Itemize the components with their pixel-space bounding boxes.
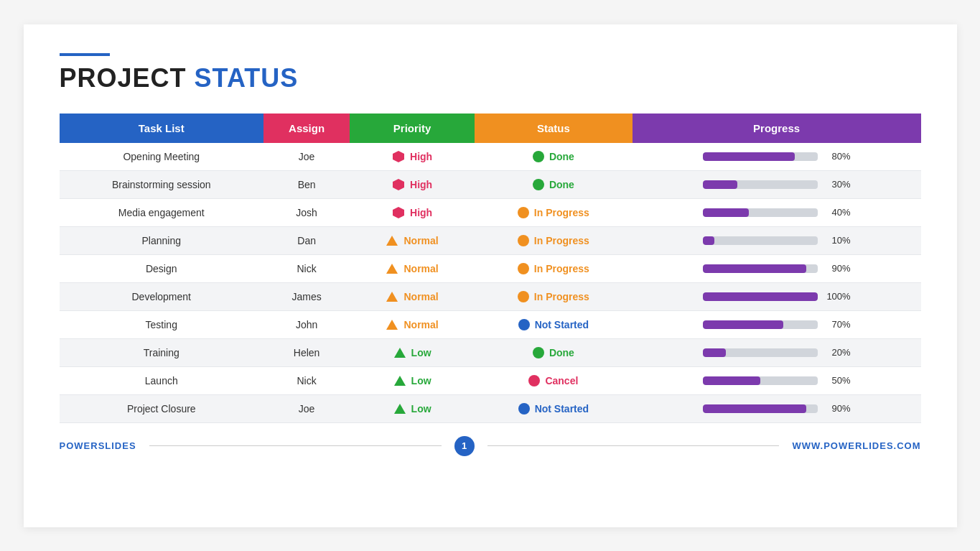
cell-priority: Low — [350, 338, 475, 366]
progress-bar-bg — [703, 208, 818, 217]
progress-percent: 100% — [823, 291, 851, 302]
cell-priority: High — [350, 198, 475, 226]
progress-percent: 90% — [823, 403, 851, 414]
table-header-row: Task List Assign Priority Status Progres… — [60, 114, 921, 143]
progress-bar-bg — [703, 376, 818, 385]
cell-assign: Joe — [263, 143, 350, 171]
progress-bar-bg — [703, 180, 818, 189]
status-dot — [533, 151, 544, 162]
status-label: In Progress — [534, 207, 589, 218]
cell-status: Done — [475, 170, 633, 198]
progress-percent: 20% — [823, 347, 851, 358]
page-title: PROJECT STATUS — [60, 63, 921, 93]
table-row: Opening MeetingJoeHighDone80% — [60, 143, 921, 171]
cell-priority: Low — [350, 394, 475, 422]
progress-bar-bg — [703, 348, 818, 357]
priority-label: Normal — [403, 263, 438, 274]
svg-marker-7 — [394, 348, 406, 358]
cell-progress: 100% — [633, 282, 921, 310]
status-dot — [528, 375, 540, 386]
status-dot — [518, 291, 529, 302]
cell-status: In Progress — [475, 198, 633, 226]
hex-icon — [392, 206, 405, 219]
cell-assign: James — [263, 282, 350, 310]
footer-brand-blue: SLIDES — [98, 440, 136, 451]
triangle-icon — [386, 318, 398, 331]
progress-bar-bg — [703, 236, 818, 245]
svg-marker-3 — [386, 236, 398, 246]
cell-assign: Joe — [263, 394, 350, 422]
priority-label: Low — [411, 347, 431, 358]
cell-progress: 50% — [633, 366, 921, 394]
svg-marker-4 — [386, 264, 398, 274]
progress-percent: 30% — [823, 179, 851, 190]
slide: PROJECT STATUS Task List Assign Priority… — [24, 24, 957, 527]
title-part1: PROJECT — [60, 63, 195, 93]
svg-marker-0 — [393, 151, 404, 162]
status-label: Done — [549, 151, 574, 162]
hex-icon — [392, 150, 405, 163]
progress-bar-fill — [703, 208, 749, 217]
cell-status: In Progress — [475, 282, 633, 310]
progress-bar-bg — [703, 404, 818, 413]
cell-priority: High — [350, 170, 475, 198]
priority-label: High — [410, 151, 432, 162]
cell-assign: Ben — [263, 170, 350, 198]
svg-marker-6 — [386, 320, 398, 330]
cell-task: Development — [60, 282, 264, 310]
cell-assign: Josh — [263, 198, 350, 226]
progress-bar-fill — [703, 320, 783, 329]
title-part2: STATUS — [195, 63, 299, 93]
status-dot — [518, 403, 530, 415]
footer-page-number: 1 — [454, 436, 475, 456]
cell-task: Brainstorming session — [60, 170, 264, 198]
cell-priority: High — [350, 143, 475, 171]
status-label: Done — [549, 179, 574, 190]
priority-label: Normal — [403, 291, 438, 302]
triangle-icon — [386, 234, 398, 247]
svg-marker-9 — [394, 404, 406, 414]
table-row: PlanningDanNormalIn Progress10% — [60, 226, 921, 254]
status-label: In Progress — [534, 291, 589, 302]
cell-assign: Helen — [263, 338, 350, 366]
table-row: DevelopmentJamesNormalIn Progress100% — [60, 282, 921, 310]
cell-status: In Progress — [475, 226, 633, 254]
footer-brand-black: POWER — [60, 440, 98, 451]
triangle-icon — [386, 290, 398, 303]
cell-assign: John — [263, 310, 350, 338]
footer-line-left — [149, 445, 442, 447]
progress-bar-fill — [703, 264, 806, 273]
priority-label: High — [410, 179, 432, 190]
project-table: Task List Assign Priority Status Progres… — [60, 114, 921, 423]
table-row: LaunchNickLowCancel50% — [60, 366, 921, 394]
col-header-assign: Assign — [263, 114, 350, 143]
table-row: TestingJohnNormalNot Started70% — [60, 310, 921, 338]
progress-percent: 80% — [823, 151, 851, 162]
table-row: Media engagementJoshHighIn Progress40% — [60, 198, 921, 226]
cell-status: Done — [475, 143, 633, 171]
table-row: Brainstorming sessionBenHighDone30% — [60, 170, 921, 198]
status-label: Not Started — [535, 403, 589, 415]
progress-percent: 70% — [823, 319, 851, 330]
table-row: TrainingHelenLowDone20% — [60, 338, 921, 366]
triangle-icon — [386, 262, 398, 275]
progress-percent: 40% — [823, 207, 851, 218]
progress-bar-bg — [703, 320, 818, 329]
progress-bar-fill — [703, 404, 806, 413]
priority-label: High — [410, 207, 432, 218]
status-dot — [518, 319, 530, 330]
footer: POWERSLIDES 1 WWW.POWERLIDES.COM — [60, 436, 921, 456]
progress-bar-fill — [703, 152, 795, 161]
cell-status: Cancel — [475, 366, 633, 394]
cell-assign: Dan — [263, 226, 350, 254]
hex-icon — [392, 178, 405, 191]
cell-progress: 40% — [633, 198, 921, 226]
progress-percent: 50% — [823, 375, 851, 386]
table-row: Project ClosureJoeLowNot Started90% — [60, 394, 921, 422]
cell-progress: 20% — [633, 338, 921, 366]
status-dot — [518, 235, 529, 246]
progress-bar-bg — [703, 152, 818, 161]
cell-status: In Progress — [475, 254, 633, 282]
triangle-icon — [393, 402, 406, 415]
cell-status: Not Started — [475, 394, 633, 422]
